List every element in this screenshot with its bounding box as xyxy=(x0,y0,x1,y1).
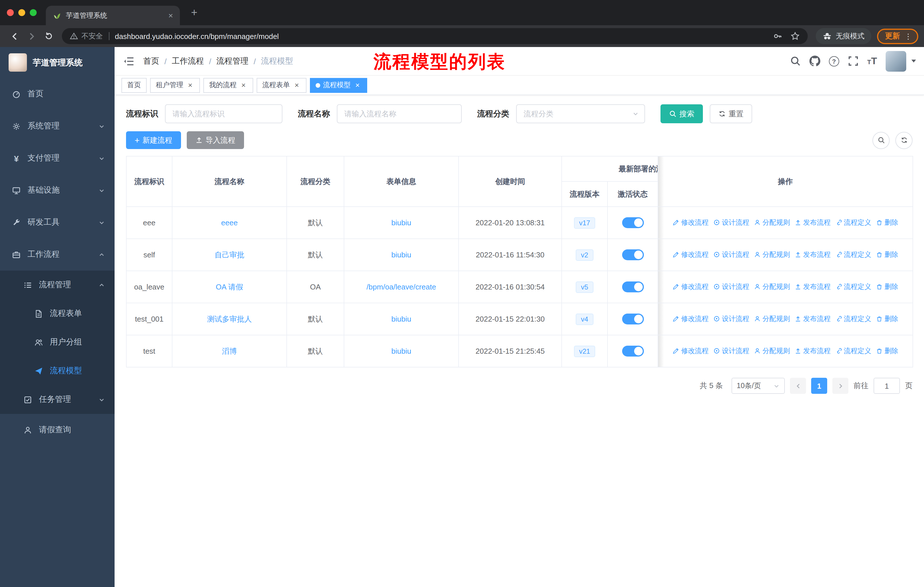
password-key-icon[interactable] xyxy=(773,31,782,41)
goto-page-input[interactable] xyxy=(874,378,900,394)
process-name-link[interactable]: 测试多审批人 xyxy=(207,314,252,323)
new-tab-button[interactable]: + xyxy=(187,6,201,19)
design-process-link[interactable]: 设计流程 xyxy=(713,282,749,292)
close-icon[interactable]: × xyxy=(353,81,361,89)
import-process-button[interactable]: 导入流程 xyxy=(187,131,244,149)
delete-link[interactable]: 删除 xyxy=(876,282,898,292)
next-page-button[interactable] xyxy=(832,378,848,394)
page-size-select[interactable]: 10条/页 xyxy=(731,378,785,394)
tag-tenant[interactable]: 租户管理 × xyxy=(150,78,200,93)
user-avatar[interactable] xyxy=(886,51,906,71)
breadcrumb-process-mgmt[interactable]: 流程管理 xyxy=(216,56,249,66)
search-icon[interactable] xyxy=(790,56,801,66)
tag-my-process[interactable]: 我的流程 × xyxy=(203,78,253,93)
delete-link[interactable]: 删除 xyxy=(876,314,898,324)
sidebar-item-user-group[interactable]: 用户分组 xyxy=(0,328,115,357)
publish-process-link[interactable]: 发布流程 xyxy=(795,314,831,324)
process-name-link[interactable]: eeee xyxy=(221,218,238,227)
process-definition-link[interactable]: 流程定义 xyxy=(835,314,871,324)
sidebar-item-payment[interactable]: ¥ 支付管理 xyxy=(0,142,115,174)
reload-button[interactable] xyxy=(40,28,57,45)
process-name-link[interactable]: 自己审批 xyxy=(214,250,244,259)
sidebar-item-process-mgmt[interactable]: 流程管理 xyxy=(0,271,115,299)
assign-rule-link[interactable]: 分配规则 xyxy=(754,346,790,356)
help-icon[interactable]: ? xyxy=(829,56,839,66)
publish-process-link[interactable]: 发布流程 xyxy=(795,282,831,292)
font-size-icon[interactable]: TT xyxy=(867,55,877,67)
sidebar-item-devtools[interactable]: 研发工具 xyxy=(0,207,115,238)
form-link[interactable]: biubiu xyxy=(391,251,411,259)
design-process-link[interactable]: 设计流程 xyxy=(713,218,749,228)
tag-process-form[interactable]: 流程表单 × xyxy=(257,78,307,93)
breadcrumb-home[interactable]: 首页 xyxy=(143,56,159,66)
close-icon[interactable]: × xyxy=(239,81,248,89)
sidebar-item-process-model[interactable]: 流程模型 xyxy=(0,357,115,385)
assign-rule-link[interactable]: 分配规则 xyxy=(754,250,790,260)
design-process-link[interactable]: 设计流程 xyxy=(713,346,749,356)
minimize-window-button[interactable] xyxy=(18,9,25,16)
publish-process-link[interactable]: 发布流程 xyxy=(795,250,831,260)
form-link[interactable]: biubiu xyxy=(391,347,411,356)
close-icon[interactable]: × xyxy=(186,81,194,89)
active-toggle[interactable] xyxy=(622,281,644,293)
edit-process-link[interactable]: 修改流程 xyxy=(673,250,709,260)
github-icon[interactable] xyxy=(809,56,820,66)
process-name-link[interactable]: OA 请假 xyxy=(216,282,243,291)
process-key-input[interactable] xyxy=(165,104,282,123)
delete-link[interactable]: 删除 xyxy=(876,346,898,356)
sidebar-item-infra[interactable]: 基础设施 xyxy=(0,174,115,207)
sidebar-toggle-icon[interactable] xyxy=(123,55,135,67)
delete-link[interactable]: 删除 xyxy=(876,218,898,228)
security-indicator[interactable]: 不安全 xyxy=(70,31,103,41)
publish-process-link[interactable]: 发布流程 xyxy=(795,346,831,356)
back-button[interactable] xyxy=(6,28,23,45)
form-link[interactable]: /bpm/oa/leave/create xyxy=(366,283,436,291)
refresh-table-button[interactable] xyxy=(895,132,912,149)
incognito-badge[interactable]: 无痕模式 xyxy=(816,28,871,44)
avatar-caret-icon[interactable] xyxy=(911,60,916,63)
prev-page-button[interactable] xyxy=(790,378,806,394)
search-button[interactable]: 搜索 xyxy=(660,104,703,123)
page-number-current[interactable]: 1 xyxy=(811,378,827,394)
tag-home[interactable]: 首页 xyxy=(121,78,147,93)
reset-button[interactable]: 重置 xyxy=(710,104,752,123)
browser-tab[interactable]: 芋道管理系统 × xyxy=(46,6,180,25)
browser-update-button[interactable]: 更新 ⋮ xyxy=(877,28,918,44)
publish-process-link[interactable]: 发布流程 xyxy=(795,218,831,228)
process-definition-link[interactable]: 流程定义 xyxy=(835,346,871,356)
edit-process-link[interactable]: 修改流程 xyxy=(673,282,709,292)
tag-process-model[interactable]: 流程模型 × xyxy=(310,78,367,93)
breadcrumb-workflow[interactable]: 工作流程 xyxy=(172,56,204,66)
edit-process-link[interactable]: 修改流程 xyxy=(673,218,709,228)
sidebar-item-task-mgmt[interactable]: 任务管理 xyxy=(0,385,115,414)
zoom-window-button[interactable] xyxy=(30,9,37,16)
fullscreen-icon[interactable] xyxy=(848,56,859,66)
sidebar-item-home[interactable]: 首页 xyxy=(0,78,115,110)
category-select[interactable]: 流程分类 xyxy=(516,104,645,123)
design-process-link[interactable]: 设计流程 xyxy=(713,314,749,324)
forward-button[interactable] xyxy=(23,28,40,45)
edit-process-link[interactable]: 修改流程 xyxy=(673,314,709,324)
close-icon[interactable]: × xyxy=(293,81,301,89)
tab-close-icon[interactable]: × xyxy=(166,11,175,20)
sidebar-item-workflow[interactable]: 工作流程 xyxy=(0,238,115,271)
close-window-button[interactable] xyxy=(7,9,14,16)
sidebar-item-leave-query[interactable]: 请假查询 xyxy=(0,414,115,446)
toggle-search-button[interactable] xyxy=(873,132,889,149)
assign-rule-link[interactable]: 分配规则 xyxy=(754,314,790,324)
process-definition-link[interactable]: 流程定义 xyxy=(835,218,871,228)
design-process-link[interactable]: 设计流程 xyxy=(713,250,749,260)
process-definition-link[interactable]: 流程定义 xyxy=(835,250,871,260)
form-link[interactable]: biubiu xyxy=(391,218,411,227)
bookmark-star-icon[interactable] xyxy=(790,31,800,41)
active-toggle[interactable] xyxy=(622,250,644,260)
edit-process-link[interactable]: 修改流程 xyxy=(673,346,709,356)
address-bar[interactable]: 不安全 dashboard.yudao.iocoder.cn/bpm/manag… xyxy=(62,28,808,44)
sidebar-item-system[interactable]: 系统管理 xyxy=(0,110,115,142)
create-process-button[interactable]: + 新建流程 xyxy=(126,131,181,149)
process-name-input[interactable] xyxy=(337,104,462,123)
assign-rule-link[interactable]: 分配规则 xyxy=(754,218,790,228)
form-link[interactable]: biubiu xyxy=(391,315,411,323)
active-toggle[interactable] xyxy=(622,217,644,228)
browser-menu-icon[interactable]: ⋮ xyxy=(904,32,912,40)
